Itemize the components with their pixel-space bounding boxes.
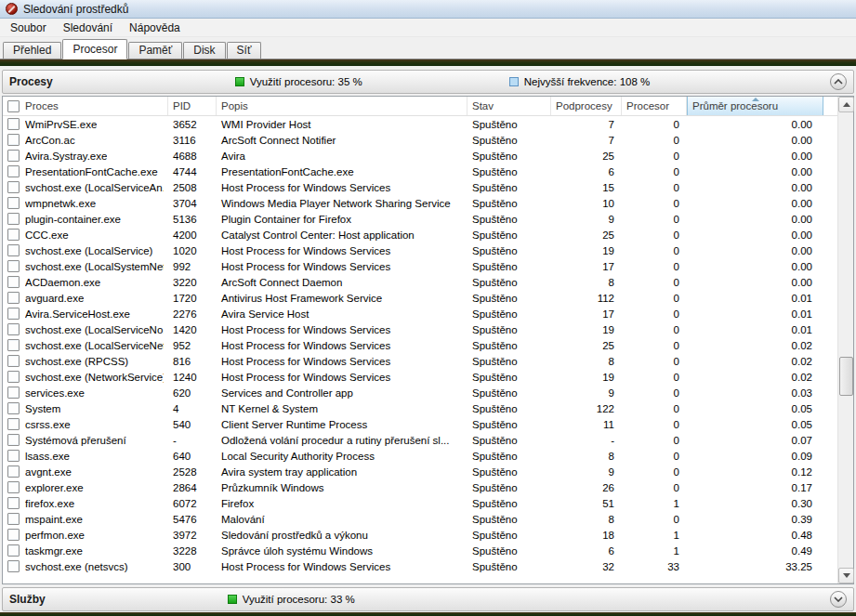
row-checkbox[interactable] [7, 134, 20, 146]
cell-description: Správce úloh systému Windows [217, 545, 468, 557]
services-title: Služby [9, 593, 46, 606]
row-checkbox[interactable] [7, 402, 20, 414]
table-row[interactable]: PresentationFontCache.exe 4744 Presentat… [3, 164, 837, 179]
table-row[interactable]: avguard.exe 1720 Antivirus Host Framewor… [3, 290, 837, 306]
table-row[interactable]: svchost.exe (LocalSystemNet... 992 Host … [3, 258, 837, 274]
row-checkbox[interactable] [7, 497, 20, 509]
table-row[interactable]: svchost.exe (LocalServiceNo... 1420 Host… [3, 321, 837, 337]
row-checkbox[interactable] [7, 118, 20, 130]
row-checkbox[interactable] [7, 371, 20, 383]
table-row[interactable]: lsass.exe 640 Local Security Authority P… [3, 448, 837, 464]
table-row[interactable]: WmiPrvSE.exe 3652 WMI Provider Host Spuš… [3, 116, 837, 132]
row-checkbox[interactable] [7, 181, 20, 193]
row-checkbox[interactable] [7, 513, 20, 525]
table-row[interactable]: avgnt.exe 2528 Avira system tray applica… [3, 464, 837, 479]
row-checkbox[interactable] [7, 450, 20, 462]
table-row[interactable]: explorer.exe 2864 Průzkumník Windows Spu… [3, 479, 837, 495]
tab-sit[interactable]: Síť [227, 42, 262, 59]
expand-services-button[interactable] [830, 591, 847, 608]
sort-indicator-icon [752, 98, 759, 101]
cell-cpu: 1 [622, 498, 687, 509]
cell-pid: 3652 [168, 119, 217, 130]
row-checkbox[interactable] [7, 434, 20, 446]
row-checkbox[interactable] [7, 418, 20, 430]
menu-soubor[interactable]: Soubor [2, 20, 55, 36]
row-checkbox[interactable] [7, 150, 20, 162]
services-section-header[interactable]: Služby Využití procesoru: 33 % [2, 587, 854, 611]
cell-threads: 19 [551, 245, 622, 256]
row-checkbox[interactable] [7, 323, 20, 335]
row-checkbox[interactable] [7, 260, 20, 272]
cell-description: Local Security Authority Process [217, 451, 468, 462]
row-checkbox[interactable] [7, 355, 20, 367]
table-row[interactable]: svchost.exe (RPCSS) 816 Host Process for… [3, 353, 837, 369]
tab-procesor[interactable]: Procesor [62, 39, 127, 59]
cell-status: Spuštěno [468, 561, 551, 572]
table-row[interactable]: Systémová přerušení - Odložená volání pr… [3, 432, 837, 448]
table-row[interactable]: plugin-container.exe 5136 Plugin Contain… [3, 211, 837, 227]
row-checkbox[interactable] [7, 244, 20, 256]
cell-description: Avira [217, 151, 468, 162]
column-header-prumer-procesoru[interactable]: Průměr procesoru [687, 97, 823, 115]
table-row[interactable]: wmpnetwk.exe 3704 Windows Media Player N… [3, 195, 837, 211]
table-row[interactable]: Avira.ServiceHost.exe 2276 Avira Service… [3, 306, 837, 321]
cell-description: Průzkumník Windows [217, 482, 468, 493]
tab-bar: Přehled Procesor Paměť Disk Síť [0, 37, 856, 59]
column-header-pid[interactable]: PID [168, 97, 217, 115]
row-checkbox[interactable] [7, 560, 20, 572]
row-checkbox[interactable] [7, 529, 20, 541]
vertical-scrollbar[interactable] [837, 97, 853, 583]
scroll-down-button[interactable] [838, 568, 854, 583]
column-header-stav[interactable]: Stav [468, 97, 551, 115]
table-row[interactable]: svchost.exe (LocalServiceNet... 952 Host… [3, 337, 837, 353]
collapse-processes-button[interactable] [830, 73, 847, 90]
row-checkbox[interactable] [7, 165, 20, 177]
row-checkbox[interactable] [7, 481, 20, 493]
row-checkbox[interactable] [7, 229, 20, 241]
row-checkbox[interactable] [7, 339, 20, 351]
processes-section-header[interactable]: Procesy Využití procesoru: 35 % Nejvyšší… [2, 70, 854, 94]
table-row[interactable]: svchost.exe (NetworkService) 1240 Host P… [3, 369, 837, 385]
row-checkbox[interactable] [7, 544, 20, 557]
column-header-proces[interactable]: Proces [3, 97, 168, 115]
row-checkbox[interactable] [7, 387, 20, 399]
table-row[interactable]: svchost.exe (netsvcs) 300 Host Process f… [3, 558, 837, 574]
select-all-checkbox[interactable] [7, 100, 20, 112]
table-row[interactable]: Avira.Systray.exe 4688 Avira Spuštěno 25… [3, 148, 837, 164]
table-row[interactable]: taskmgr.exe 3228 Správce úloh systému Wi… [3, 543, 837, 558]
column-header-podprocesy[interactable]: Podprocesy [551, 97, 622, 115]
menu-sledovani[interactable]: Sledování [55, 20, 121, 36]
cell-cpu: 0 [622, 182, 687, 193]
tab-disk[interactable]: Disk [183, 42, 225, 59]
app-icon [6, 3, 18, 15]
table-row[interactable]: firefox.exe 6072 Firefox Spuštěno 51 1 0… [3, 495, 837, 511]
tab-pamet[interactable]: Paměť [128, 42, 182, 59]
table-row[interactable]: svchost.exe (LocalService) 1020 Host Pro… [3, 242, 837, 258]
table-row[interactable]: CCC.exe 4200 Catalyst Control Center: Ho… [3, 227, 837, 242]
cell-avg-cpu: 0.05 [687, 403, 823, 414]
cell-cpu: 0 [622, 245, 687, 256]
scroll-up-button[interactable] [838, 97, 854, 112]
table-row[interactable]: System 4 NT Kernel & System Spuštěno 122… [3, 400, 837, 416]
cell-process-name: svchost.exe (RPCSS) [25, 356, 128, 367]
scrollbar-thumb[interactable] [839, 357, 853, 396]
row-checkbox[interactable] [7, 292, 20, 304]
cell-status: Spuštěno [468, 387, 551, 399]
table-row[interactable]: mspaint.exe 5476 Malování Spuštěno 8 0 0… [3, 511, 837, 527]
row-checkbox[interactable] [7, 213, 20, 225]
row-checkbox[interactable] [7, 197, 20, 209]
row-checkbox[interactable] [7, 276, 20, 288]
table-row[interactable]: ArcCon.ac 3116 ArcSoft Connect Notifier … [3, 132, 837, 148]
column-header-popis[interactable]: Popis [217, 97, 468, 115]
row-checkbox[interactable] [7, 308, 20, 320]
table-row[interactable]: services.exe 620 Services and Controller… [3, 385, 837, 400]
table-row[interactable]: ACDaemon.exe 3220 ArcSoft Connect Daemon… [3, 274, 837, 290]
menu-napoveda[interactable]: Nápověda [121, 20, 189, 36]
table-row[interactable]: csrss.exe 540 Client Server Runtime Proc… [3, 416, 837, 432]
tab-prehled[interactable]: Přehled [3, 42, 61, 59]
cell-status: Spuštěno [468, 466, 551, 478]
row-checkbox[interactable] [7, 465, 20, 478]
table-row[interactable]: perfmon.exe 3972 Sledování prostředků a … [3, 527, 837, 543]
table-row[interactable]: svchost.exe (LocalServiceAn... 2508 Host… [3, 179, 837, 195]
column-header-procesor[interactable]: Procesor [622, 97, 687, 115]
